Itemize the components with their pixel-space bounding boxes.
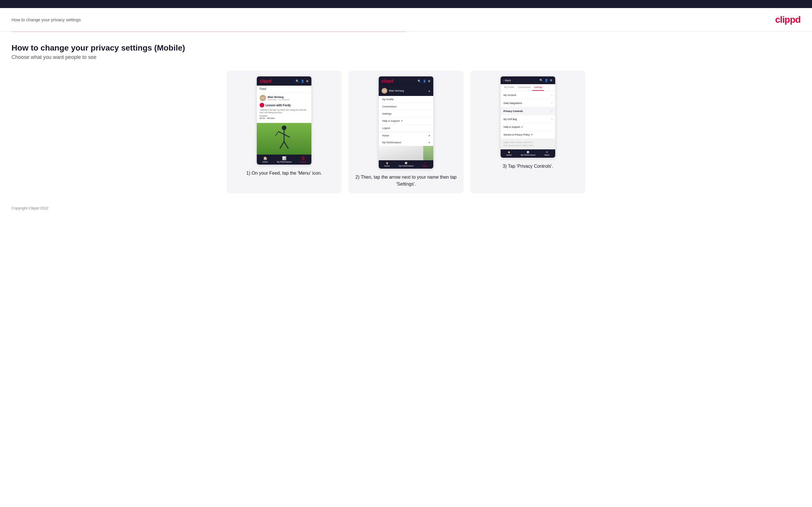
- chevron-up-icon[interactable]: ▲: [428, 90, 430, 92]
- mock1-icons: 🔍 👤 ⚙: [296, 79, 308, 83]
- nav-home-btn[interactable]: 🏠 Home: [385, 162, 390, 167]
- settings-item-privacy[interactable]: Privacy Controls ›: [501, 107, 555, 115]
- nav-home[interactable]: 🏠 Home: [262, 156, 268, 163]
- user-icon[interactable]: 👤: [301, 79, 304, 83]
- page-subheading: Choose what you want people to see: [11, 54, 801, 60]
- nav-home[interactable]: 🏠 Home: [506, 151, 512, 156]
- integrations-label: Data Integrations: [504, 102, 522, 105]
- menu-item-logout[interactable]: Logout: [379, 125, 433, 132]
- settings-icon[interactable]: ⚙: [306, 79, 308, 83]
- nav-performance-btn[interactable]: 📊 My Performance: [399, 162, 413, 167]
- close-icon: ✕: [424, 162, 426, 164]
- home-icon: 🏠: [508, 151, 510, 153]
- mock2-user-row[interactable]: BM Blair McHarg ▲: [379, 86, 433, 96]
- mock1-post: BM Blair McHarg Yesterday · Sunningdale …: [257, 93, 311, 123]
- steps-container: clippd 🔍 👤 ⚙ Feed BM Blair McHarg: [11, 71, 801, 193]
- mock1-header: clippd 🔍 👤 ⚙: [257, 76, 311, 86]
- mock3-header: ‹ Back 🔍 👤 ⚙: [501, 76, 555, 84]
- nav-menu[interactable]: ☰ Menu: [301, 156, 306, 163]
- home-icon: 🏠: [263, 156, 267, 160]
- header-divider: [11, 32, 801, 32]
- menu-item-settings[interactable]: Settings: [379, 110, 433, 117]
- step-2-mockup: clippd 🔍 👤 ⚙ BM Blair McHarg ▲: [379, 76, 433, 169]
- step-2-card: clippd 🔍 👤 ⚙ BM Blair McHarg ▲: [349, 71, 463, 193]
- lesson-header: Lesson with Fordy: [260, 103, 308, 107]
- chevron-right-icon: ›: [552, 93, 552, 97]
- server-version: GQL Server Version: 2022.7.30-1: [504, 144, 552, 147]
- settings-item-privacy-policy[interactable]: Service & Privacy Policy ↗: [501, 131, 555, 139]
- mock2-avatar: BM: [382, 88, 387, 94]
- performance-icon: 📊: [405, 162, 407, 164]
- nav-menu-label: Menu: [545, 154, 550, 156]
- nav-close-btn[interactable]: ✕ Menu: [423, 162, 428, 167]
- nav-menu-label: Menu: [301, 161, 306, 163]
- mock2-user-left: BM Blair McHarg: [382, 88, 404, 94]
- settings-item-account[interactable]: My Account ›: [501, 91, 555, 99]
- settings-icon[interactable]: ⚙: [428, 79, 430, 83]
- nav-home-label: Home: [385, 165, 390, 167]
- settings-icon[interactable]: ⚙: [550, 79, 552, 82]
- golf-bag-label: My Golf Bag: [504, 118, 517, 121]
- top-bar: [0, 0, 812, 8]
- nav-performance-label: My Performance: [277, 161, 292, 163]
- mock3-settings-list: My Account › Data Integrations › Privacy…: [501, 91, 555, 139]
- settings-item-integrations[interactable]: Data Integrations ›: [501, 99, 555, 107]
- privacy-label: Privacy Controls: [504, 110, 523, 113]
- tab-settings[interactable]: Settings: [532, 84, 544, 91]
- chevron-right-icon: ›: [552, 109, 552, 113]
- nav-performance[interactable]: 📊 My Performance: [277, 156, 292, 163]
- footer: Copyright Clippd 2022: [0, 199, 812, 217]
- step-2-caption: 2) Then, tap the arrow next to your name…: [354, 174, 458, 187]
- mock2-nav-home[interactable]: Home ▾: [379, 132, 433, 139]
- duration: Duration01 hr : 30 min: [260, 115, 308, 119]
- mock2-bottom-nav: 🏠 Home 📊 My Performance ✕ Menu: [379, 160, 433, 169]
- step-1-card: clippd 🔍 👤 ⚙ Feed BM Blair McHarg: [226, 71, 342, 193]
- username: Blair McHarg: [268, 96, 290, 99]
- step-3-caption: 3) Tap 'Privacy Controls'.: [503, 163, 553, 170]
- tab-my-profile[interactable]: My Profile: [502, 84, 516, 91]
- nav-home-label: Home: [506, 154, 512, 156]
- page-heading: How to change your privacy settings (Mob…: [11, 43, 801, 53]
- mock2-dropdown: BM Blair McHarg ▲ My Profile Connections…: [379, 86, 433, 160]
- performance-icon: 📊: [527, 151, 529, 153]
- menu-item-help[interactable]: Help & Support ↗: [379, 117, 433, 125]
- mock3-tabs: My Profile Connections Settings: [501, 84, 555, 91]
- logo: clippd: [775, 14, 801, 25]
- step-3-card: ‹ Back 🔍 👤 ⚙ My Profile Connections Sett…: [470, 71, 586, 193]
- search-icon[interactable]: 🔍: [540, 79, 543, 82]
- svg-line-4: [280, 142, 284, 149]
- menu-item-connections[interactable]: Connections: [379, 103, 433, 110]
- nav-performance-label: My Performance: [399, 165, 413, 167]
- nav-performance-label: My Performance: [382, 141, 401, 144]
- step-1-mockup: clippd 🔍 👤 ⚙ Feed BM Blair McHarg: [257, 76, 311, 165]
- privacy-policy-label: Service & Privacy Policy ↗: [504, 133, 533, 136]
- user-info: Blair McHarg Yesterday · Sunningdale: [268, 96, 290, 101]
- lesson-desc: Looking to feel like my hands are exitin…: [260, 109, 308, 114]
- nav-menu[interactable]: ☰ Menu: [545, 151, 550, 156]
- client-version: Clippd Client Version: 2022.8.3-3: [504, 141, 552, 144]
- menu-item-profile[interactable]: My Profile: [379, 96, 433, 103]
- chevron-right-icon: ›: [552, 117, 552, 121]
- nav-home-label: Home: [382, 134, 389, 137]
- search-icon[interactable]: 🔍: [296, 79, 299, 83]
- settings-item-help[interactable]: Help & Support ↗: [501, 123, 555, 131]
- help-label: Help & Support ↗: [504, 125, 523, 128]
- mock3-icons: 🔍 👤 ⚙: [540, 79, 552, 82]
- home-icon: 🏠: [386, 162, 389, 164]
- mock2-username: Blair McHarg: [389, 89, 404, 92]
- chevron-right-icon: ›: [552, 101, 552, 105]
- mock2-logo: clippd: [382, 79, 393, 83]
- settings-item-golf-bag[interactable]: My Golf Bag ›: [501, 115, 555, 123]
- account-label: My Account: [504, 94, 516, 97]
- chevron-down-icon: ▾: [429, 141, 430, 144]
- back-button[interactable]: ‹ Back: [504, 79, 511, 82]
- mock2-nav-performance[interactable]: My Performance ▾: [379, 139, 433, 146]
- lesson-icon: [260, 103, 264, 107]
- user-icon[interactable]: 👤: [423, 79, 426, 83]
- search-icon[interactable]: 🔍: [417, 79, 421, 83]
- nav-performance[interactable]: 📊 My Performance: [521, 151, 536, 156]
- svg-line-6: [284, 134, 290, 137]
- user-icon[interactable]: 👤: [545, 79, 548, 82]
- tab-connections[interactable]: Connections: [516, 84, 532, 91]
- mock1-bottom-nav: 🏠 Home 📊 My Performance ☰ Menu: [257, 155, 311, 165]
